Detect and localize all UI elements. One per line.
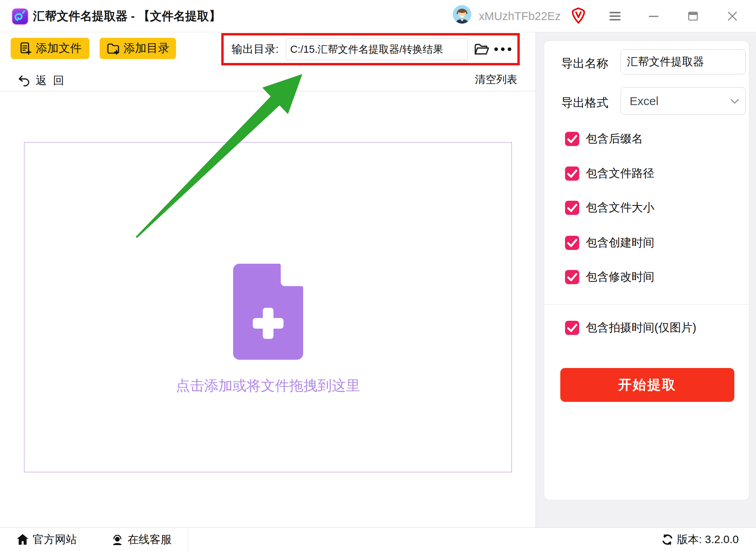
checkbox-label: 包含修改时间 xyxy=(586,269,654,285)
hamburger-icon xyxy=(610,11,621,21)
checkbox-include-modified-time[interactable]: 包含修改时间 xyxy=(565,270,654,284)
ellipsis-icon xyxy=(494,47,512,52)
browse-folder-button[interactable] xyxy=(472,40,491,59)
checkbox-checked-icon xyxy=(565,236,579,250)
add-folder-label: 添加目录 xyxy=(124,41,169,56)
checkbox-label: 包含后缀名 xyxy=(586,131,643,147)
checkbox-label: 包含文件大小 xyxy=(586,200,654,216)
footer-divider xyxy=(188,528,188,551)
toolbar-separator xyxy=(0,91,536,91)
maximize-icon xyxy=(688,11,698,21)
export-format-select[interactable]: Excel xyxy=(621,87,746,115)
drop-zone-hint: 点击添加或将文件拖拽到这里 xyxy=(24,376,511,396)
maximize-button[interactable] xyxy=(684,9,702,24)
start-extract-button[interactable]: 开始提取 xyxy=(560,368,734,402)
footer-divider xyxy=(79,528,79,551)
customer-service-icon xyxy=(111,533,124,546)
export-format-value: Excel xyxy=(630,88,658,115)
checkbox-checked-icon xyxy=(565,321,579,335)
export-name-input[interactable] xyxy=(621,49,746,74)
folder-plus-icon xyxy=(106,42,120,55)
refresh-icon[interactable] xyxy=(661,533,674,546)
checkbox-include-created-time[interactable]: 包含创建时间 xyxy=(565,236,654,250)
app-logo-icon xyxy=(12,8,28,25)
official-website-label: 官方网站 xyxy=(33,532,77,547)
export-name-label: 导出名称 xyxy=(561,55,608,72)
checkbox-label: 包含创建时间 xyxy=(586,235,654,251)
export-format-label: 导出格式 xyxy=(561,95,608,111)
output-dir-label: 输出目录: xyxy=(232,38,279,61)
add-files-label: 添加文件 xyxy=(36,41,82,56)
add-folder-button[interactable]: 添加目录 xyxy=(100,38,176,59)
checkbox-group-divider xyxy=(544,304,749,305)
checkbox-label: 包含文件路径 xyxy=(586,166,654,181)
window-title: 汇帮文件名提取器 - 【文件名提取】 xyxy=(33,0,221,32)
output-dir-input[interactable] xyxy=(286,38,468,60)
checkbox-include-extension[interactable]: 包含后缀名 xyxy=(565,132,643,146)
checkbox-include-file-size[interactable]: 包含文件大小 xyxy=(565,201,654,215)
version-area: 版本: 3.2.0.0 xyxy=(661,528,739,551)
more-options-button[interactable] xyxy=(492,40,513,59)
version-text: 版本: 3.2.0.0 xyxy=(677,532,739,547)
back-label: 返 回 xyxy=(36,73,64,88)
settings-panel: 导出名称 导出格式 Excel 包含后缀名 包含文件路径 包含文件大小 xyxy=(536,32,756,527)
app-window: 汇帮文件名提取器 - 【文件名提取】 xMUzhTFb22Ez xyxy=(0,0,756,551)
file-drop-zone[interactable]: 点击添加或将文件拖拽到这里 xyxy=(24,142,512,472)
checkbox-checked-icon xyxy=(565,166,579,181)
minimize-button[interactable] xyxy=(644,9,663,24)
undo-icon xyxy=(18,75,30,87)
settings-card: 导出名称 导出格式 Excel 包含后缀名 包含文件路径 包含文件大小 xyxy=(544,41,749,500)
checkbox-checked-icon xyxy=(565,201,579,215)
add-files-button[interactable]: 添加文件 xyxy=(11,38,89,59)
checkbox-checked-icon xyxy=(565,132,579,146)
online-service-link[interactable]: 在线客服 xyxy=(111,528,172,551)
user-avatar[interactable] xyxy=(453,5,471,24)
official-website-link[interactable]: 官方网站 xyxy=(17,528,77,551)
home-icon xyxy=(17,534,29,545)
minimize-icon xyxy=(649,11,659,21)
close-icon xyxy=(728,11,737,21)
vip-badge-icon[interactable] xyxy=(570,7,587,24)
back-button[interactable]: 返 回 xyxy=(18,72,64,89)
footer-bar: 官方网站 在线客服 版本: 3.2.0.0 xyxy=(0,527,756,551)
online-service-label: 在线客服 xyxy=(128,532,172,547)
document-plus-icon xyxy=(19,42,32,55)
add-file-placeholder-icon xyxy=(233,264,303,360)
username-text: xMUzhTFb22Ez xyxy=(479,0,561,32)
checkbox-label: 包含拍摄时间(仅图片) xyxy=(586,320,696,336)
checkbox-include-file-path[interactable]: 包含文件路径 xyxy=(565,166,654,181)
open-folder-icon xyxy=(474,43,489,55)
checkbox-checked-icon xyxy=(565,270,579,284)
clear-list-button[interactable]: 清空列表 xyxy=(475,72,517,87)
chevron-down-icon xyxy=(730,99,739,104)
checkbox-include-shot-time[interactable]: 包含拍摄时间(仅图片) xyxy=(565,321,696,335)
close-button[interactable] xyxy=(723,9,742,24)
menu-button[interactable] xyxy=(606,9,624,24)
titlebar: 汇帮文件名提取器 - 【文件名提取】 xMUzhTFb22Ez xyxy=(0,0,756,32)
